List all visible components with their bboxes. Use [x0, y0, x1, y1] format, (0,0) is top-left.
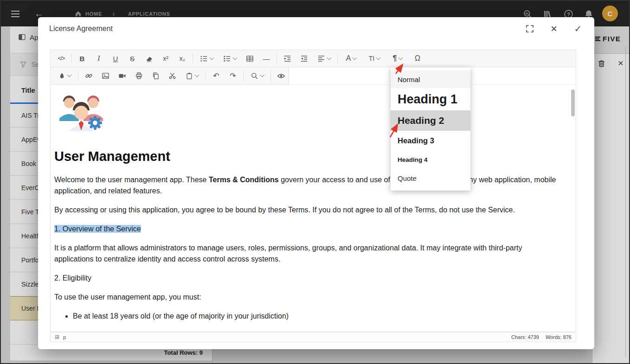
preview-button[interactable] [273, 69, 289, 83]
user-management-illustration [55, 91, 107, 131]
license-agreement-modal: License Agreement × ✓ </> B I U S [38, 17, 594, 349]
scissors-icon [168, 72, 176, 80]
editor-statusbar: ⊞ p Chars: 4739 Words: 876 [50, 332, 576, 342]
bullet-item: Be at least 18 years old (or the age of … [73, 311, 562, 322]
confirm-check-icon[interactable]: ✓ [573, 24, 583, 34]
align-button[interactable] [312, 51, 335, 65]
italic-button[interactable]: I [90, 51, 107, 65]
image-icon [102, 72, 109, 80]
toolbar-divider [78, 71, 78, 81]
dropdown-item-heading2-selected[interactable]: Heading 2 [391, 110, 470, 131]
special-characters-button[interactable]: Ω [409, 51, 426, 65]
horizontal-line-button[interactable]: — [258, 51, 275, 65]
color-button[interactable] [53, 69, 76, 83]
chevron-down-icon [232, 55, 237, 60]
insert-video-button[interactable] [114, 69, 130, 83]
bullet-list: Be at least 18 years old (or the age of … [54, 311, 562, 322]
toolbar-divider [270, 71, 271, 81]
toolbar-divider [337, 53, 338, 64]
dropdown-item-quote[interactable]: Quote [391, 169, 470, 187]
eye-icon [277, 72, 285, 80]
toolbar-divider [193, 53, 193, 64]
eraser-icon [145, 55, 153, 63]
insert-image-button[interactable] [97, 69, 114, 83]
section-heading-2: 2. Eligibility [54, 273, 562, 284]
outdent-icon [300, 55, 308, 63]
indent-button[interactable] [279, 51, 296, 65]
numbered-list-icon [223, 55, 231, 63]
element-path-icon: ⊞ [55, 334, 59, 340]
screen: ← HOME › APPLICATIONS ? C Appl Sea [0, 0, 630, 364]
chevron-down-icon [209, 55, 214, 60]
printer-icon [135, 72, 143, 80]
droplet-icon [58, 72, 65, 80]
chevron-down-icon [260, 73, 264, 77]
font-size-button[interactable]: TI [363, 51, 386, 65]
paragraph-format-button[interactable]: ¶ [386, 51, 409, 65]
link-icon [85, 72, 93, 80]
paragraph-2: By accessing or using this application, … [54, 204, 562, 216]
magnifier-icon [251, 72, 258, 80]
chevron-down-icon [195, 73, 199, 77]
editor-toolbar-row1: </> B I U S x² x₂ [50, 50, 576, 67]
insert-table-button[interactable] [241, 51, 258, 65]
toolbar-divider [71, 53, 72, 64]
dropdown-item-heading3[interactable]: Heading 3 [391, 131, 470, 150]
rich-text-editor: </> B I U S x² x₂ [50, 50, 576, 342]
unordered-list-button[interactable] [195, 51, 218, 65]
dropdown-item-heading4[interactable]: Heading 4 [391, 150, 470, 169]
editor-scrollbar[interactable] [571, 87, 575, 330]
undo-button[interactable]: ↶ [208, 69, 225, 83]
chevron-down-icon [67, 73, 71, 77]
chevron-down-icon [376, 55, 381, 60]
fullscreen-icon[interactable] [525, 24, 535, 34]
clipboard-icon [186, 72, 193, 80]
video-camera-icon [118, 72, 126, 80]
outdent-button[interactable] [296, 51, 312, 65]
zoom-button[interactable] [245, 69, 269, 83]
dropdown-item-normal[interactable]: Normal [391, 70, 470, 88]
superscript-button[interactable]: x² [157, 51, 174, 65]
scrollbar-thumb[interactable] [571, 89, 575, 116]
table-icon [246, 55, 254, 63]
underline-button[interactable]: U [107, 51, 124, 65]
copy-button[interactable] [147, 69, 164, 83]
print-button[interactable] [130, 69, 147, 83]
editor-toolbar-row2: ↶ ↷ [51, 67, 289, 85]
chevron-down-icon [399, 55, 403, 60]
copy-icon [152, 72, 160, 80]
dropdown-item-heading1[interactable]: Heading 1 [391, 88, 470, 110]
ordered-list-button[interactable] [218, 51, 241, 65]
font-color-button[interactable]: A [340, 51, 363, 65]
toolbar-divider [243, 71, 244, 81]
chars-counter: Chars: 4739 [511, 334, 539, 340]
code-view-button[interactable]: </> [53, 51, 70, 65]
strikethrough-button[interactable]: S [124, 51, 141, 65]
clear-formatting-button[interactable] [141, 51, 157, 65]
modal-title: License Agreement [49, 25, 113, 33]
paragraph-selected: 1. Overview of the Service [54, 224, 562, 235]
bold-button[interactable]: B [74, 51, 90, 65]
modal-header: License Agreement × ✓ [38, 17, 594, 40]
toolbar-divider [206, 71, 206, 81]
insert-link-button[interactable] [80, 69, 97, 83]
chevron-down-icon [327, 55, 331, 60]
close-icon[interactable]: × [549, 24, 559, 34]
editor-content[interactable]: User Management Welcome to the user mana… [50, 85, 576, 332]
subscript-button[interactable]: x₂ [174, 51, 191, 65]
align-left-icon [317, 55, 325, 63]
paste-button[interactable] [180, 69, 204, 83]
words-counter: Words: 876 [546, 334, 572, 340]
cut-button[interactable] [164, 69, 180, 83]
redo-button[interactable]: ↷ [225, 69, 241, 83]
paragraph-4: To use the user management app, you must… [54, 292, 562, 303]
document-heading: User Management [54, 149, 562, 164]
indent-icon [283, 55, 291, 63]
paragraph-3: It is a platform that allows administrat… [54, 243, 562, 265]
chevron-down-icon [353, 55, 357, 60]
bullet-list-icon [200, 55, 208, 63]
paragraph-1: Welcome to the user management app. Thes… [54, 174, 562, 197]
current-tag[interactable]: p [63, 334, 66, 340]
paragraph-format-dropdown: Normal Heading 1 Heading 2 Heading 3 Hea… [391, 67, 470, 191]
toolbar-divider [276, 53, 277, 64]
